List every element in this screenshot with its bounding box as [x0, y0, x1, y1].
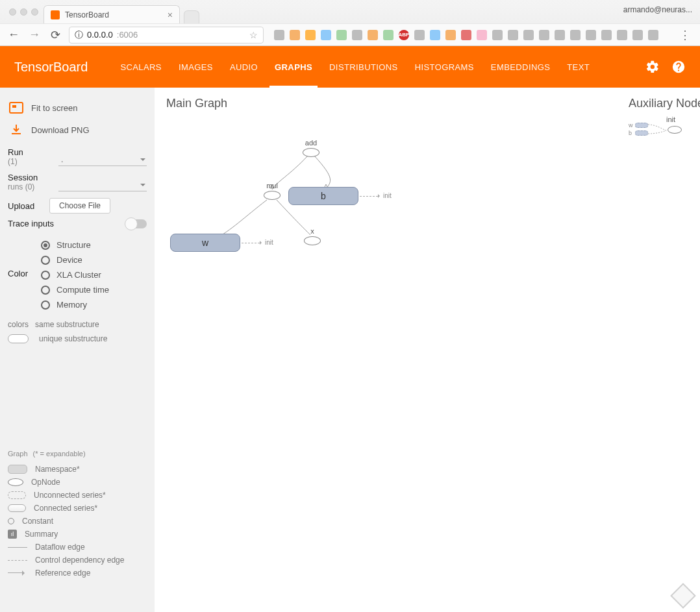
extension-icon[interactable]	[601, 30, 612, 40]
run-value: .	[61, 155, 63, 164]
legend-reference: Reference edge	[8, 567, 147, 580]
tab-histograms[interactable]: HISTOGRAMS	[415, 46, 474, 88]
color-option-memory[interactable]: Memory	[41, 297, 109, 312]
main-graph-canvas[interactable]: add mul b init w init x	[166, 117, 688, 273]
extension-icon[interactable]	[492, 30, 503, 40]
extension-icon[interactable]	[445, 30, 456, 40]
info-icon[interactable]: ⓘ	[75, 29, 83, 41]
extension-icon[interactable]	[368, 30, 378, 40]
aux-init-label: init	[666, 116, 675, 123]
extension-icon[interactable]	[321, 30, 331, 40]
color-option-label: XLA Cluster	[56, 270, 101, 280]
graph-header: Graph	[8, 450, 28, 458]
tab-embeddings[interactable]: EMBEDDINGS	[491, 46, 550, 88]
init-label-w: init	[265, 239, 273, 246]
color-option-device[interactable]: Device	[41, 252, 109, 267]
extension-icon[interactable]	[570, 30, 581, 40]
traffic-close-icon[interactable]	[9, 8, 16, 16]
browser-tab[interactable]: TensorBoard ×	[44, 5, 180, 23]
extension-icon[interactable]	[305, 30, 316, 40]
legend-connected-series: Connected series*	[8, 502, 147, 515]
header-actions	[645, 60, 686, 74]
aux-init-node[interactable]	[668, 126, 682, 134]
series-icon	[8, 491, 26, 499]
node-add[interactable]	[303, 148, 319, 157]
tab-close-icon[interactable]: ×	[168, 10, 173, 19]
abp-extension-icon[interactable]: ABP	[399, 30, 409, 40]
help-icon[interactable]	[671, 60, 686, 74]
node-label-add: add	[305, 139, 317, 147]
session-runs-selector: Session runs (0)	[8, 173, 147, 191]
extension-icon[interactable]	[274, 30, 284, 40]
back-button[interactable]: ←	[6, 28, 21, 42]
extension-icon[interactable]	[632, 30, 643, 40]
trace-inputs-toggle[interactable]	[126, 219, 147, 228]
colors-same: same substructure	[35, 320, 99, 329]
color-option-label: Device	[56, 255, 82, 265]
extension-icon[interactable]	[477, 30, 487, 40]
arrow-icon	[378, 194, 382, 198]
fit-to-screen-button[interactable]: Fit to screen	[8, 97, 147, 119]
extension-icon[interactable]	[352, 30, 362, 40]
choose-file-button[interactable]: Choose File	[49, 198, 110, 214]
extension-icon[interactable]	[648, 30, 658, 40]
extension-icon[interactable]	[508, 30, 518, 40]
new-tab-button[interactable]	[184, 10, 199, 23]
legend-control-dep: Control dependency edge	[8, 554, 147, 567]
extension-icon[interactable]	[617, 30, 627, 40]
extension-icon[interactable]	[383, 30, 394, 40]
content-area[interactable]: Main Graph add mul b init w	[155, 88, 700, 612]
bookmark-star-icon[interactable]: ☆	[249, 30, 258, 40]
legend-constant: Constant	[8, 515, 147, 528]
fit-label: Fit to screen	[31, 103, 78, 113]
tab-text[interactable]: TEXT	[567, 46, 590, 88]
extension-icon[interactable]	[461, 30, 471, 40]
color-option-xla[interactable]: XLA Cluster	[41, 267, 109, 282]
edge-b-init	[360, 196, 378, 197]
edge-w-init	[242, 243, 260, 243]
extension-icon[interactable]	[414, 30, 425, 40]
tab-images[interactable]: IMAGES	[179, 46, 213, 88]
url-host: 0.0.0.0	[87, 30, 113, 40]
upload-label: Upload	[8, 201, 47, 211]
gear-icon[interactable]	[645, 60, 660, 74]
browser-toolbar: ← → ⟳ ⓘ 0.0.0.0:6006 ☆ ABP	[0, 23, 700, 45]
node-w[interactable]: w	[170, 234, 240, 252]
traffic-zoom-icon[interactable]	[31, 8, 38, 16]
extension-icon[interactable]	[555, 30, 565, 40]
node-b[interactable]: b	[288, 187, 358, 205]
traffic-minimize-icon[interactable]	[20, 8, 27, 16]
legend-opnode: OpNode	[8, 476, 147, 489]
session-select[interactable]	[58, 181, 147, 191]
reload-button[interactable]: ⟳	[48, 28, 62, 42]
color-option-label: Compute time	[56, 285, 109, 295]
color-option-compute[interactable]: Compute time	[41, 282, 109, 297]
tab-scalars[interactable]: SCALARS	[120, 46, 162, 88]
address-bar[interactable]: ⓘ 0.0.0.0:6006 ☆	[69, 27, 264, 43]
node-mul[interactable]	[264, 191, 281, 200]
extension-icon[interactable]	[523, 30, 534, 40]
aux-edges	[647, 122, 669, 139]
extension-icon[interactable]	[586, 30, 596, 40]
fit-screen-icon	[9, 101, 23, 115]
extension-icon[interactable]	[290, 30, 300, 40]
tab-graphs[interactable]: GRAPHS	[275, 46, 312, 88]
profile-label[interactable]: armando@neuras...	[623, 5, 692, 14]
constant-icon	[8, 518, 14, 524]
run-select[interactable]: .	[58, 156, 147, 166]
window-controls[interactable]	[4, 0, 44, 23]
reference-edge-icon	[8, 570, 27, 576]
control-edge-icon	[8, 560, 27, 561]
tab-audio[interactable]: AUDIO	[230, 46, 258, 88]
tab-distributions[interactable]: DISTRIBUTIONS	[329, 46, 398, 88]
color-label: Color	[8, 269, 28, 278]
color-option-structure[interactable]: Structure	[41, 238, 109, 252]
browser-menu-icon[interactable]: ⋮	[677, 28, 694, 42]
node-x[interactable]	[304, 236, 321, 245]
extension-icon[interactable]	[430, 30, 440, 40]
download-png-button[interactable]: Download PNG	[8, 119, 147, 141]
extension-icon[interactable]	[336, 30, 347, 40]
extension-icon[interactable]	[539, 30, 549, 40]
minimap-toggle-icon[interactable]	[670, 583, 696, 609]
aux-init-group[interactable]: w b init	[629, 117, 700, 143]
